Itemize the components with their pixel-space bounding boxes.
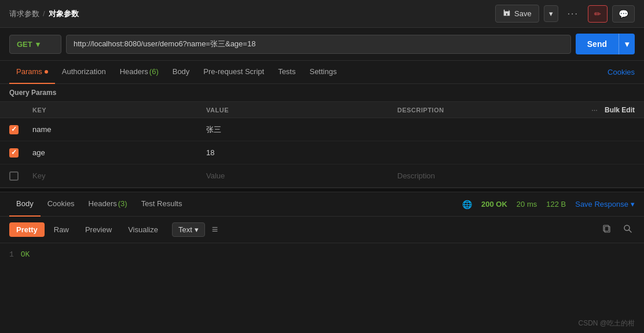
response-tab-cookies-label: Cookies bbox=[47, 199, 75, 208]
type-select-chevron-icon: ▾ bbox=[195, 225, 199, 234]
response-tab-headers[interactable]: Headers (3) bbox=[82, 192, 134, 217]
dots-icon: ··· bbox=[568, 9, 579, 19]
save-label: Save bbox=[514, 9, 532, 18]
save-button[interactable]: Save bbox=[495, 5, 539, 23]
th-key: KEY bbox=[32, 107, 206, 114]
empty-row-checkbox[interactable] bbox=[9, 171, 19, 181]
cookies-link[interactable]: Cookies bbox=[608, 68, 635, 76]
more-options-button[interactable]: ··· bbox=[563, 5, 583, 23]
tab-authorization-label: Authorization bbox=[62, 67, 106, 76]
tab-headers-label: Headers bbox=[120, 67, 148, 76]
status-code: 200 OK bbox=[481, 200, 507, 208]
comment-icon: 💬 bbox=[619, 9, 628, 19]
tab-authorization[interactable]: Authorization bbox=[55, 61, 113, 84]
row-0-checkbox[interactable] bbox=[9, 125, 19, 134]
top-bar-actions: Save ▾ ··· ✏ 💬 bbox=[495, 5, 635, 23]
url-bar: GET ▾ Send ▾ bbox=[0, 28, 644, 61]
globe-icon[interactable]: 🌐 bbox=[462, 200, 472, 209]
request-tabs-bar: Params Authorization Headers (6) Body Pr… bbox=[0, 61, 644, 84]
row-0-check[interactable] bbox=[9, 125, 32, 134]
param-row-0: name 张三 bbox=[0, 118, 644, 141]
th-actions: ··· Bulk Edit bbox=[588, 105, 635, 114]
url-input[interactable] bbox=[66, 35, 571, 54]
breadcrumb: 请求参数 / 对象参数 bbox=[9, 9, 79, 19]
tab-settings[interactable]: Settings bbox=[302, 61, 343, 84]
query-params-label: Query Params bbox=[9, 89, 56, 97]
tab-params[interactable]: Params bbox=[9, 61, 55, 84]
tab-headers-badge: (6) bbox=[149, 67, 159, 76]
format-bar: Pretty Raw Preview Visualize Text ▾ ≡ bbox=[0, 217, 644, 243]
method-chevron-icon: ▾ bbox=[36, 40, 40, 49]
row-1-checkbox[interactable] bbox=[9, 148, 19, 158]
type-select[interactable]: Text ▾ bbox=[172, 222, 205, 237]
breadcrumb-active: 对象参数 bbox=[49, 9, 79, 19]
format-tab-raw[interactable]: Raw bbox=[47, 222, 76, 237]
row-1-key[interactable]: age bbox=[32, 148, 206, 157]
format-tab-visualize[interactable]: Visualize bbox=[121, 222, 165, 237]
params-dot bbox=[45, 70, 48, 74]
tab-body-label: Body bbox=[173, 67, 190, 76]
format-bar-right bbox=[600, 222, 635, 238]
tab-params-label: Params bbox=[16, 67, 42, 76]
save-response-button[interactable]: Save Response ▾ bbox=[575, 200, 635, 208]
bulk-edit-label[interactable]: Bulk Edit bbox=[605, 106, 635, 114]
comment-icon-button[interactable]: 💬 bbox=[612, 5, 635, 23]
response-tab-cookies[interactable]: Cookies bbox=[41, 192, 82, 217]
param-row-1: age 18 bbox=[0, 141, 644, 164]
method-label: GET bbox=[17, 40, 32, 49]
search-icon bbox=[623, 225, 632, 235]
edit-icon: ✏ bbox=[594, 9, 601, 19]
tab-headers[interactable]: Headers (6) bbox=[113, 61, 166, 84]
table-header-row: KEY VALUE DESCRIPTION ··· Bulk Edit bbox=[0, 102, 644, 118]
response-body: 1OK bbox=[0, 243, 644, 266]
tab-prerequest[interactable]: Pre-request Script bbox=[196, 61, 271, 84]
breadcrumb-separator: / bbox=[43, 9, 45, 18]
row-0-value[interactable]: 张三 bbox=[206, 125, 397, 135]
filter-icon-button[interactable]: ≡ bbox=[210, 221, 221, 238]
response-content: OK bbox=[21, 250, 30, 259]
param-row-empty: Key Value Description bbox=[0, 164, 644, 188]
breadcrumb-parent[interactable]: 请求参数 bbox=[9, 9, 39, 19]
method-select[interactable]: GET ▾ bbox=[9, 35, 61, 54]
top-bar: 请求参数 / 对象参数 Save ▾ ··· ✏ 💬 bbox=[0, 0, 644, 28]
empty-row-value[interactable]: Value bbox=[206, 171, 397, 180]
save-icon bbox=[503, 9, 511, 19]
edit-icon-button[interactable]: ✏ bbox=[588, 5, 608, 23]
response-tab-body[interactable]: Body bbox=[9, 192, 41, 217]
watermark: CSDN @吃土的柑 bbox=[578, 319, 635, 328]
format-tab-preview[interactable]: Preview bbox=[78, 222, 119, 237]
save-dropdown-button[interactable]: ▾ bbox=[544, 5, 558, 22]
th-description: DESCRIPTION bbox=[397, 107, 588, 114]
row-1-check[interactable] bbox=[9, 148, 32, 158]
copy-icon bbox=[602, 225, 612, 235]
copy-icon-button[interactable] bbox=[600, 222, 614, 238]
tab-settings-label: Settings bbox=[309, 67, 336, 76]
dots-icon-table[interactable]: ··· bbox=[591, 105, 598, 114]
query-params-header: Query Params bbox=[0, 84, 644, 102]
row-1-value[interactable]: 18 bbox=[206, 148, 397, 157]
format-tab-pretty[interactable]: Pretty bbox=[9, 222, 45, 237]
filter-icon: ≡ bbox=[212, 224, 218, 235]
save-response-chevron-icon: ▾ bbox=[631, 200, 635, 208]
response-tab-testresults-label: Test Results bbox=[141, 199, 182, 208]
tab-tests[interactable]: Tests bbox=[271, 61, 302, 84]
send-label: Send bbox=[576, 34, 619, 54]
response-tab-body-label: Body bbox=[16, 199, 34, 208]
send-chevron-icon[interactable]: ▾ bbox=[619, 34, 635, 54]
save-response-label: Save Response bbox=[575, 200, 628, 208]
empty-row-description[interactable]: Description bbox=[397, 171, 635, 180]
row-0-key[interactable]: name bbox=[32, 125, 206, 134]
line-number: 1 bbox=[9, 250, 14, 259]
tab-body[interactable]: Body bbox=[166, 61, 197, 84]
response-tab-testresults[interactable]: Test Results bbox=[134, 192, 189, 217]
type-select-label: Text bbox=[178, 225, 192, 234]
svg-line-3 bbox=[629, 230, 631, 232]
send-button[interactable]: Send ▾ bbox=[576, 34, 635, 54]
tab-prerequest-label: Pre-request Script bbox=[203, 67, 264, 76]
search-icon-button[interactable] bbox=[621, 222, 635, 238]
response-status: 🌐 200 OK 20 ms 122 B Save Response ▾ bbox=[462, 200, 635, 209]
empty-row-key[interactable]: Key bbox=[32, 171, 206, 180]
response-tab-headers-label: Headers bbox=[89, 199, 117, 208]
response-size: 122 B bbox=[546, 200, 566, 208]
response-tabs-bar: Body Cookies Headers (3) Test Results 🌐 … bbox=[0, 192, 644, 217]
